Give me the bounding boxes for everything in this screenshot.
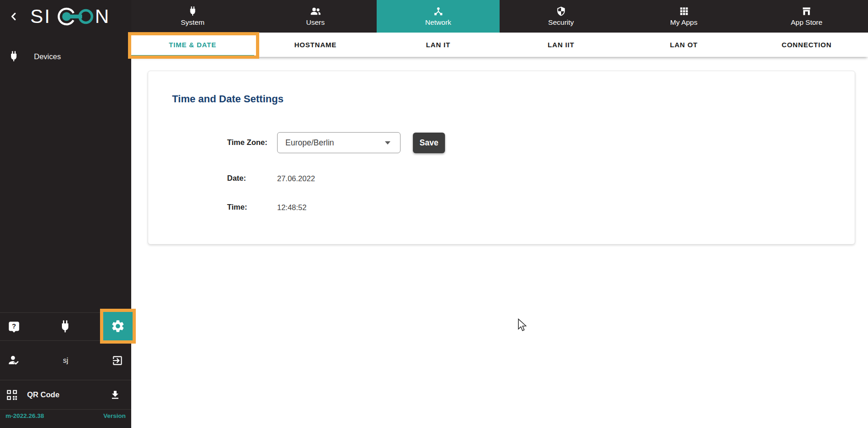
main-content: Time and Date Settings Time Zone: Europe… bbox=[131, 57, 868, 428]
timezone-select[interactable]: Europe/Berlin bbox=[277, 132, 401, 153]
card-heading: Time and Date Settings bbox=[172, 93, 284, 105]
shield-icon bbox=[556, 6, 566, 17]
storefront-icon bbox=[801, 6, 812, 17]
nav-item-my-apps[interactable]: My Apps bbox=[623, 0, 746, 33]
tab-label: HOSTNAME bbox=[294, 41, 336, 49]
qr-code-icon bbox=[6, 389, 18, 401]
tab-hostname[interactable]: HOSTNAME bbox=[254, 33, 377, 57]
qr-code-label: QR Code bbox=[27, 390, 60, 399]
nav-label: Users bbox=[306, 18, 324, 27]
tab-label: LAN IT bbox=[426, 41, 451, 49]
apps-grid-icon bbox=[679, 6, 689, 17]
version-value: m-2022.26.38 bbox=[6, 412, 44, 419]
nav-item-app-store[interactable]: App Store bbox=[745, 0, 868, 33]
nav-label: System bbox=[181, 18, 205, 27]
gear-icon bbox=[111, 319, 125, 334]
network-tab-bar: TIME & DATE HOSTNAME LAN IT LAN IIT LAN … bbox=[131, 33, 868, 57]
date-value: 27.06.2022 bbox=[277, 174, 315, 183]
username-label: sj bbox=[0, 356, 131, 365]
nav-item-network[interactable]: Network bbox=[377, 0, 500, 33]
nav-label: App Store bbox=[791, 18, 823, 27]
logo-text-right: N bbox=[95, 6, 109, 27]
nav-label: Network bbox=[425, 18, 451, 27]
nav-label: Security bbox=[548, 18, 574, 27]
chevron-left-icon bbox=[9, 11, 19, 22]
tab-time-and-date[interactable]: TIME & DATE bbox=[131, 33, 254, 57]
tab-connection[interactable]: CONNECTION bbox=[745, 33, 868, 57]
time-value: 12:48:52 bbox=[277, 203, 306, 212]
sicon-logo: SI N bbox=[30, 5, 109, 28]
plug-icon bbox=[9, 51, 19, 62]
save-button[interactable]: Save bbox=[413, 133, 445, 153]
power-plug-icon bbox=[188, 6, 197, 17]
sidebar-header: SI N bbox=[0, 0, 131, 33]
tab-label: LAN IIT bbox=[548, 41, 574, 49]
version-row: m-2022.26.38 Version bbox=[0, 410, 131, 428]
qr-code-row[interactable]: QR Code bbox=[0, 380, 131, 410]
top-navigation: System Users Network Security bbox=[131, 0, 868, 33]
user-row: sj bbox=[0, 341, 131, 380]
sidebar-item-label: Devices bbox=[34, 52, 61, 61]
date-label: Date: bbox=[227, 174, 246, 183]
sidebar-bottom: ? bbox=[0, 312, 131, 428]
plug-icon bbox=[59, 320, 71, 334]
sidebar-item-devices[interactable]: Devices bbox=[0, 47, 131, 66]
users-icon bbox=[310, 6, 322, 17]
version-label: Version bbox=[103, 412, 126, 419]
utility-row: ? bbox=[0, 312, 131, 341]
time-label: Time: bbox=[227, 203, 247, 211]
settings-button[interactable] bbox=[100, 309, 136, 344]
collapse-sidebar-button[interactable] bbox=[7, 10, 20, 23]
tab-lan-ot[interactable]: LAN OT bbox=[623, 33, 746, 57]
nav-item-security[interactable]: Security bbox=[500, 0, 623, 33]
chevron-down-icon bbox=[385, 141, 390, 145]
live-help-icon: ? bbox=[8, 321, 20, 333]
download-icon bbox=[110, 389, 121, 400]
tab-lan-iit[interactable]: LAN IIT bbox=[500, 33, 623, 57]
tab-lan-it[interactable]: LAN IT bbox=[377, 33, 500, 57]
download-button[interactable] bbox=[110, 389, 121, 400]
timezone-label: Time Zone: bbox=[227, 138, 267, 147]
sidebar: SI N Devices ? bbox=[0, 0, 131, 428]
help-button[interactable]: ? bbox=[8, 321, 20, 333]
nav-item-system[interactable]: System bbox=[131, 0, 254, 33]
svg-text:?: ? bbox=[12, 322, 16, 330]
tab-label: TIME & DATE bbox=[169, 41, 217, 49]
tab-label: LAN OT bbox=[670, 41, 698, 49]
device-plug-button[interactable] bbox=[59, 320, 71, 334]
nav-label: My Apps bbox=[670, 18, 697, 27]
logo-text-left: SI bbox=[30, 6, 51, 27]
timezone-selected-value: Europe/Berlin bbox=[285, 138, 334, 148]
network-hub-icon bbox=[433, 6, 444, 17]
time-date-settings-card: Time and Date Settings Time Zone: Europe… bbox=[148, 71, 855, 245]
nav-item-users[interactable]: Users bbox=[254, 0, 377, 33]
tab-label: CONNECTION bbox=[782, 41, 832, 49]
